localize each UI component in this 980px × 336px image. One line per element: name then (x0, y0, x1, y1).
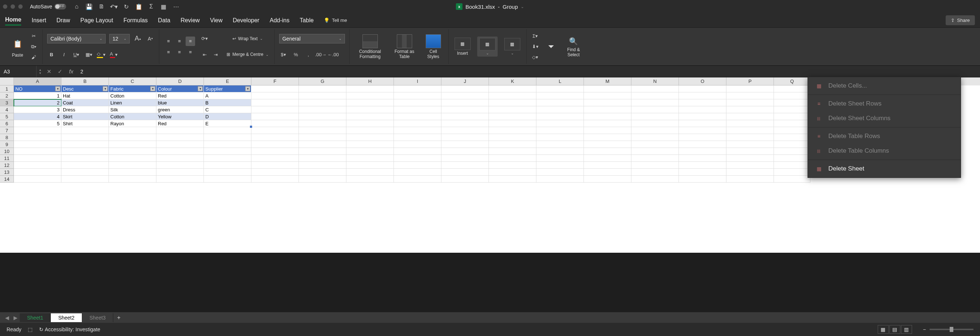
cell[interactable] (109, 127, 156, 134)
cell[interactable] (774, 120, 810, 127)
name-box-spinner[interactable]: ▲▼ (37, 68, 44, 75)
sheet-tab-1[interactable]: Sheet1 (20, 313, 51, 322)
delete-cells-button[interactable]: ▦⌄ (477, 36, 498, 57)
column-header[interactable]: A (14, 78, 61, 86)
cell[interactable] (726, 169, 774, 176)
cell[interactable] (441, 169, 489, 176)
cell[interactable] (347, 176, 394, 182)
cell[interactable] (726, 134, 774, 141)
column-header[interactable]: M (584, 78, 632, 86)
cell[interactable] (14, 127, 61, 134)
decrease-indent-icon[interactable]: ⇤ (200, 50, 209, 59)
font-name-select[interactable]: Calibri (Body)⌄ (47, 34, 106, 43)
cell[interactable] (441, 106, 489, 113)
column-header[interactable]: E (204, 78, 251, 86)
cell[interactable] (204, 134, 251, 141)
cell[interactable] (61, 127, 109, 134)
cell[interactable] (536, 176, 584, 182)
cell[interactable] (679, 113, 726, 120)
row-header[interactable]: 13 (0, 169, 14, 176)
cell[interactable] (726, 113, 774, 120)
cell[interactable] (347, 113, 394, 120)
zoom-thumb-icon[interactable] (950, 327, 953, 332)
cell[interactable] (536, 120, 584, 127)
cell[interactable] (299, 92, 347, 99)
cell[interactable] (251, 106, 299, 113)
cell[interactable] (156, 134, 204, 141)
cell[interactable]: Shirt (61, 120, 109, 127)
cell[interactable] (584, 86, 632, 92)
cell[interactable]: 4 (14, 113, 61, 120)
cell[interactable]: Linen (109, 99, 156, 106)
cell[interactable] (584, 148, 632, 155)
enter-formula-icon[interactable]: ✓ (55, 68, 66, 75)
cell[interactable] (204, 148, 251, 155)
cell[interactable] (441, 148, 489, 155)
number-format-select[interactable]: General⌄ (279, 34, 345, 43)
cell[interactable] (299, 99, 347, 106)
cell[interactable] (632, 148, 679, 155)
cell[interactable] (726, 99, 774, 106)
wrap-text-button[interactable]: ↩Wrap Text⌄ (225, 35, 270, 42)
cell[interactable] (536, 99, 584, 106)
cell[interactable] (632, 162, 679, 169)
cell[interactable] (489, 176, 536, 182)
tab-review[interactable]: Review (180, 16, 199, 25)
cell[interactable] (14, 155, 61, 162)
row-header[interactable]: 14 (0, 176, 14, 182)
cell[interactable] (536, 148, 584, 155)
format-cells-button[interactable]: ▦⌄ (503, 37, 522, 56)
filter-dropdown-icon[interactable]: ▾ (198, 86, 203, 91)
column-header[interactable]: F (251, 78, 299, 86)
cell[interactable]: Dress (61, 106, 109, 113)
cell[interactable] (774, 92, 810, 99)
cell[interactable] (61, 134, 109, 141)
tab-table[interactable]: Table (300, 16, 313, 25)
cell[interactable] (394, 86, 441, 92)
undo-icon[interactable]: ↶▾ (110, 3, 118, 11)
row-header[interactable]: 12 (0, 162, 14, 169)
cell[interactable] (536, 169, 584, 176)
row-header[interactable]: 9 (0, 141, 14, 148)
cell[interactable] (204, 127, 251, 134)
column-header[interactable]: D (156, 78, 204, 86)
formula-input[interactable]: 2 (77, 69, 980, 74)
more-icon[interactable]: ⋯ (172, 3, 180, 11)
cell[interactable]: Coat (61, 99, 109, 106)
cell[interactable]: Yellow (156, 113, 204, 120)
tab-insert[interactable]: Insert (32, 16, 46, 25)
align-top-icon[interactable]: ≡ (164, 36, 173, 46)
cell[interactable] (204, 141, 251, 148)
cell[interactable] (584, 120, 632, 127)
minimize-window-icon[interactable] (11, 5, 15, 9)
cell[interactable] (536, 141, 584, 148)
tab-addins[interactable]: Add-ins (270, 16, 290, 25)
column-header[interactable]: N (632, 78, 679, 86)
cell[interactable] (536, 127, 584, 134)
cell[interactable] (679, 92, 726, 99)
cell[interactable] (109, 141, 156, 148)
cell[interactable] (299, 169, 347, 176)
cell[interactable] (61, 141, 109, 148)
currency-icon[interactable]: $▾ (279, 50, 288, 59)
comma-icon[interactable]: , (304, 50, 313, 59)
cell[interactable] (584, 169, 632, 176)
cell[interactable] (536, 86, 584, 92)
sheet-nav-next-icon[interactable]: ▶ (11, 315, 20, 321)
cell[interactable] (679, 148, 726, 155)
sheet-tab-3[interactable]: Sheet3 (82, 313, 113, 322)
cell[interactable]: green (156, 106, 204, 113)
cell[interactable] (251, 141, 299, 148)
cell[interactable] (679, 155, 726, 162)
cell[interactable] (347, 141, 394, 148)
row-header[interactable]: 3 (0, 99, 14, 106)
cell[interactable] (299, 148, 347, 155)
cell[interactable] (251, 148, 299, 155)
decrease-decimal-icon[interactable]: ←.00 (329, 50, 337, 59)
cell[interactable] (347, 169, 394, 176)
cell[interactable] (347, 134, 394, 141)
column-header[interactable]: O (679, 78, 726, 86)
cell[interactable] (441, 162, 489, 169)
sheet-nav-prev-icon[interactable]: ◀ (3, 315, 11, 321)
orientation-icon[interactable]: ⟳▾ (200, 34, 209, 43)
